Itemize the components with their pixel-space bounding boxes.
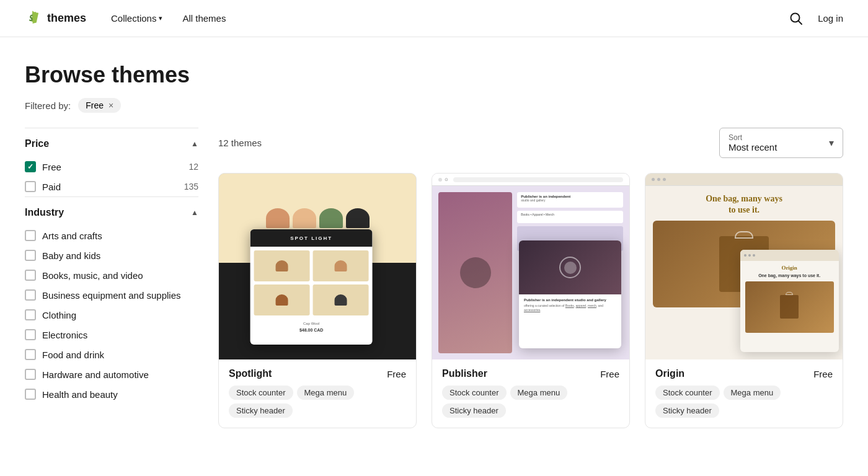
free-filter-tag[interactable]: Free × [78,98,121,113]
theme-card-publisher[interactable]: ⊙ Publisher is an independent studio and… [432,173,630,428]
tag-mega-menu: Mega menu [297,386,355,400]
shopify-logo-icon [25,10,42,27]
free-label: Free [42,162,61,172]
industry-books[interactable]: Books, music, and video [25,265,198,285]
pub-tag-mega-menu: Mega menu [510,386,568,400]
books-label: Books, music, and video [42,270,143,281]
origin-tag-stock-counter: Stock counter [655,386,720,400]
clothing-checkbox[interactable] [25,309,36,320]
tag-sticky-header: Sticky header [229,403,293,418]
industry-health[interactable]: Health and beauty [25,384,198,404]
health-checkbox[interactable] [25,389,36,400]
tag-stock-counter: Stock counter [229,386,293,400]
logo-text: themes [47,12,86,25]
nav-all-themes[interactable]: All themes [182,13,226,24]
price-filter-section: Price ▲ Free 12 Paid 135 [25,128,198,196]
chevron-down-icon: ▾ [159,14,162,22]
theme-tags-spotlight: Stock counter Mega menu Sticky header [229,386,406,418]
content-area: 12 themes Sort Most recent ▾ [218,128,843,428]
hero-section: Browse themes Filtered by: Free × [0,37,868,128]
theme-card-spotlight[interactable]: SPOT LIGHT [218,173,417,428]
themes-grid: SPOT LIGHT [218,173,843,428]
theme-price-origin: Free [813,369,833,379]
baby-label: Baby and kids [42,250,100,261]
paid-checkbox[interactable] [25,181,36,192]
industry-business[interactable]: Business equipment and supplies [25,285,198,305]
theme-title-row-publisher: Publisher Free [442,368,619,379]
price-filter-header[interactable]: Price ▲ [25,128,198,157]
theme-price-publisher: Free [600,369,619,379]
paid-count: 135 [184,182,198,192]
theme-tags-publisher: Stock counter Mega menu Sticky header [442,386,619,418]
theme-name-spotlight: Spotlight [229,368,272,379]
books-checkbox[interactable] [25,270,36,281]
filter-label: Filtered by: [25,100,71,111]
price-filter-free[interactable]: Free 12 [25,157,198,177]
theme-info-origin: Origin Free Stock counter Mega menu Stic… [645,359,843,428]
industry-chevron-icon: ▲ [191,208,198,217]
industry-arts[interactable]: Arts and crafts [25,226,198,245]
search-button[interactable] [787,9,805,28]
theme-title-row-origin: Origin Free [655,368,833,379]
pub-tag-stock-counter: Stock counter [442,386,507,400]
themes-count: 12 themes [218,138,262,148]
food-label: Food and drink [42,350,104,360]
theme-card-origin[interactable]: One bag, many waysto use it. [645,173,843,428]
electronics-label: Electronics [42,330,87,340]
page-title: Browse themes [25,62,843,88]
free-checkbox[interactable] [25,161,36,172]
sort-chevron-icon: ▾ [829,137,834,149]
arts-checkbox[interactable] [25,230,36,241]
content-header: 12 themes Sort Most recent ▾ [218,128,843,158]
business-checkbox[interactable] [25,289,36,301]
food-checkbox[interactable] [25,349,36,360]
sidebar: Price ▲ Free 12 Paid 135 Industry [25,128,198,428]
svg-line-1 [799,20,802,24]
theme-preview-origin: One bag, many waysto use it. [645,174,843,359]
industry-filter-section: Industry ▲ Arts and crafts Baby and kids… [25,196,198,404]
business-label: Business equipment and supplies [42,290,180,301]
remove-filter-icon[interactable]: × [108,100,113,110]
health-label: Health and beauty [42,389,118,400]
origin-tag-mega-menu: Mega menu [724,386,781,400]
theme-info-publisher: Publisher Free Stock counter Mega menu S… [432,359,629,428]
theme-price-spotlight: Free [387,369,406,379]
baby-checkbox[interactable] [25,250,36,261]
logo[interactable]: themes [25,10,86,27]
filter-row: Filtered by: Free × [25,98,843,113]
price-filter-title: Price [25,138,49,149]
industry-hardware[interactable]: Hardware and automotive [25,364,198,384]
arts-label: Arts and crafts [42,231,102,241]
pub-tag-sticky-header: Sticky header [442,403,506,418]
sort-label: Sort [728,133,777,142]
nav-collections[interactable]: Collections ▾ [111,13,162,24]
theme-preview-spotlight: SPOT LIGHT [219,174,416,359]
navbar: themes Collections ▾ All themes Log in [0,0,868,37]
clothing-label: Clothing [42,310,76,320]
theme-name-publisher: Publisher [442,368,487,379]
theme-preview-publisher: ⊙ Publisher is an independent studio and… [432,174,629,359]
hardware-checkbox[interactable] [25,369,36,380]
theme-title-row-spotlight: Spotlight Free [229,368,406,379]
industry-filter-title: Industry [25,207,64,218]
industry-food[interactable]: Food and drink [25,345,198,364]
theme-info-spotlight: Spotlight Free Stock counter Mega menu S… [219,359,416,428]
industry-filter-header[interactable]: Industry ▲ [25,196,198,226]
theme-name-origin: Origin [655,368,684,379]
sort-dropdown[interactable]: Sort Most recent ▾ [719,128,843,158]
industry-electronics[interactable]: Electronics [25,325,198,345]
paid-label: Paid [42,182,61,192]
price-filter-paid[interactable]: Paid 135 [25,177,198,196]
login-link[interactable]: Log in [818,13,843,24]
origin-tag-sticky-header: Sticky header [655,403,719,418]
theme-tags-origin: Stock counter Mega menu Sticky header [655,386,833,418]
hardware-label: Hardware and automotive [42,369,149,380]
search-icon [789,12,803,25]
main-layout: Price ▲ Free 12 Paid 135 Industry [0,128,868,453]
electronics-checkbox[interactable] [25,329,36,340]
industry-clothing[interactable]: Clothing [25,305,198,325]
nav-right: Log in [787,9,843,28]
free-count: 12 [188,162,198,172]
industry-baby[interactable]: Baby and kids [25,245,198,265]
price-chevron-icon: ▲ [191,139,198,148]
